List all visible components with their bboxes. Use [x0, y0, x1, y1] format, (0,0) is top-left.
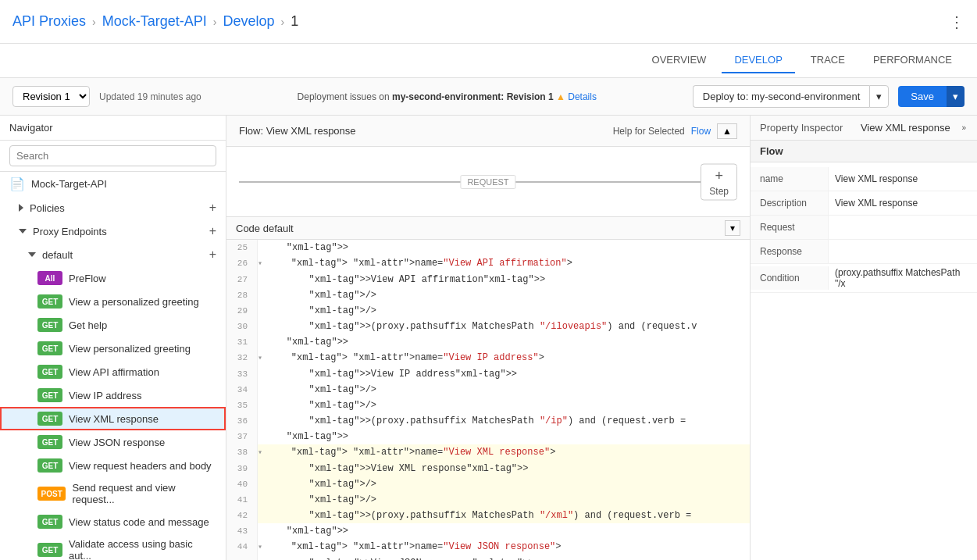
line-number: 27: [226, 272, 258, 287]
prop-row: Condition(proxy.pathsuffix MatchesPath "…: [751, 264, 977, 293]
code-line[interactable]: 34 "xml-tag">/>: [226, 382, 750, 398]
line-content: ▾ "xml-tag"> "xml-attr">name="View API a…: [258, 255, 572, 272]
line-content: ▾ "xml-tag"> "xml-attr">name="View XML r…: [258, 444, 555, 461]
expand-icon[interactable]: ▾: [258, 448, 267, 457]
line-number: 44: [226, 539, 258, 555]
nav-item-flow-4[interactable]: GET View IP address: [0, 383, 226, 407]
navigator: Navigator 📄 Mock-Target-API Policies +: [0, 116, 226, 560]
nav-item-flow-10[interactable]: GET Validate access using basic aut...: [0, 533, 226, 560]
expand-icon[interactable]: ▾: [258, 354, 267, 362]
breadcrumb-api-proxies[interactable]: API Proxies: [12, 13, 86, 30]
nav-item-flow-2[interactable]: GET View personalized greeting: [0, 337, 226, 360]
api-proxy-name: Mock-Target-API: [31, 178, 107, 190]
prop-row: nameView XML response: [751, 167, 977, 191]
code-line[interactable]: 31 "xml-tag">>: [226, 334, 750, 350]
tab-trace[interactable]: TRACE: [798, 48, 858, 73]
expand-icon[interactable]: ▾: [258, 259, 267, 268]
prop-value[interactable]: [829, 248, 977, 255]
flow-label-1: Get help: [69, 319, 107, 331]
code-line[interactable]: 33 "xml-tag">>View IP address"xml-tag">>: [226, 366, 750, 382]
nav-item-flow-1[interactable]: GET Get help: [0, 313, 226, 337]
code-line[interactable]: 30 "xml-tag">>(proxy.pathsuffix MatchesP…: [226, 319, 750, 334]
code-line[interactable]: 37 "xml-tag">>: [226, 429, 750, 444]
tab-performance[interactable]: PERFORMANCE: [861, 48, 965, 73]
nav-item-flow-8[interactable]: POST Send request and view request...: [0, 477, 226, 510]
code-line[interactable]: 41 "xml-tag">/>: [226, 492, 750, 508]
prop-value[interactable]: View XML response: [829, 170, 977, 187]
deploy-button[interactable]: Deploy to: my-second-environment: [693, 85, 870, 108]
code-line[interactable]: 35 "xml-tag">/>: [226, 398, 750, 413]
details-link[interactable]: Details: [568, 91, 597, 102]
line-content: "xml-tag">/>: [258, 382, 376, 398]
code-editor[interactable]: 25 "xml-tag">>26▾ "xml-tag"> "xml-attr">…: [226, 240, 750, 560]
line-content: "xml-tag">>: [258, 429, 348, 444]
revision-dropdown[interactable]: Revision 1: [12, 86, 90, 107]
revision-selector[interactable]: Revision 1: [12, 86, 90, 107]
line-content: "xml-tag">/>: [258, 398, 376, 413]
three-dots-menu[interactable]: ⋮: [949, 12, 965, 31]
flow-link[interactable]: Flow: [691, 126, 711, 137]
nav-item-preflow[interactable]: All PreFlow: [0, 266, 226, 290]
line-number: 25: [226, 240, 258, 255]
add-default-proxy-button[interactable]: +: [209, 248, 216, 262]
expand-icon[interactable]: ▾: [258, 543, 267, 551]
line-content: "xml-tag">>View IP address"xml-tag">>: [258, 366, 517, 382]
search-input[interactable]: [9, 145, 216, 166]
line-content: "xml-tag">/>: [258, 303, 376, 319]
save-button[interactable]: Save: [898, 86, 947, 107]
code-line[interactable]: 29 "xml-tag">/>: [226, 303, 750, 319]
collapse-button[interactable]: ▲: [717, 123, 737, 139]
breadcrumb-mock-target-api[interactable]: Mock-Target-API: [102, 13, 207, 30]
nav-item-flow-5[interactable]: GET View XML response: [0, 407, 226, 430]
code-line[interactable]: 44▾ "xml-tag"> "xml-attr">name="View JSO…: [226, 539, 750, 555]
save-arrow-button[interactable]: ▾: [947, 86, 965, 107]
code-line[interactable]: 25 "xml-tag">>: [226, 240, 750, 255]
nav-section-policies[interactable]: Policies +: [0, 196, 226, 219]
toolbar: Revision 1 Updated 19 minutes ago Deploy…: [0, 78, 977, 116]
code-line[interactable]: 38▾ "xml-tag"> "xml-attr">name="View XML…: [226, 444, 750, 461]
nav-item-flow-9[interactable]: GET View status code and message: [0, 510, 226, 533]
flow-label-8: Send request and view request...: [72, 482, 216, 505]
breadcrumb-develop[interactable]: Develop: [223, 13, 274, 30]
add-policy-button[interactable]: +: [209, 201, 216, 215]
api-proxy-item[interactable]: 📄 Mock-Target-API: [0, 172, 226, 196]
code-line[interactable]: 45 "xml-tag">>View JSON response"xml-tag…: [226, 555, 750, 560]
prop-value[interactable]: [829, 224, 977, 230]
nav-item-flow-0[interactable]: GET View a personalized greeting: [0, 290, 226, 313]
code-line[interactable]: 27 "xml-tag">>View API affirmation"xml-t…: [226, 272, 750, 287]
tab-overview[interactable]: OVERVIEW: [640, 48, 719, 73]
code-line[interactable]: 42 "xml-tag">>(proxy.pathsuffix MatchesP…: [226, 508, 750, 523]
line-content: "xml-tag">/>: [258, 492, 376, 508]
flow-arrow-line: REQUEST: [239, 181, 737, 183]
deploy-arrow-button[interactable]: ▾: [869, 85, 889, 108]
code-collapse-button[interactable]: ▾: [725, 220, 740, 236]
code-line[interactable]: 28 "xml-tag">/>: [226, 287, 750, 303]
flow-label-7: View request headers and body: [69, 460, 212, 472]
step-button[interactable]: + Step: [701, 163, 737, 200]
code-line[interactable]: 32▾ "xml-tag"> "xml-attr">name="View IP …: [226, 350, 750, 366]
nav-section-default-proxy[interactable]: default +: [0, 243, 226, 266]
prop-value[interactable]: (proxy.pathsuffix MatchesPath "/x: [829, 264, 977, 292]
code-line[interactable]: 43 "xml-tag">>: [226, 523, 750, 539]
code-line[interactable]: 26▾ "xml-tag"> "xml-attr">name="View API…: [226, 255, 750, 272]
prop-section: nameView XML responseDescriptionView XML…: [751, 162, 977, 298]
prop-value[interactable]: View XML response: [829, 194, 977, 212]
save-group: Save ▾: [898, 86, 965, 107]
right-panel: Property Inspector View XML response » F…: [751, 116, 977, 560]
line-number: 29: [226, 303, 258, 319]
code-line[interactable]: 36 "xml-tag">>(proxy.pathsuffix MatchesP…: [226, 413, 750, 429]
expand-icon[interactable]: »: [961, 123, 966, 132]
add-proxy-endpoint-button[interactable]: +: [209, 224, 216, 238]
nav-item-flow-6[interactable]: GET View JSON response: [0, 430, 226, 454]
get-badge: GET: [37, 412, 62, 426]
nav-item-flow-7[interactable]: GET View request headers and body: [0, 454, 226, 477]
flow-label-9: View status code and message: [69, 516, 209, 528]
flow-arrow: REQUEST: [239, 181, 737, 183]
tab-develop[interactable]: DEVELOP: [722, 48, 794, 73]
inspector-header: Property Inspector View XML response »: [751, 116, 977, 141]
flow-label-10: Validate access using basic aut...: [69, 538, 216, 560]
nav-section-proxy-endpoints[interactable]: Proxy Endpoints +: [0, 219, 226, 243]
nav-item-flow-3[interactable]: GET View API affirmation: [0, 360, 226, 383]
code-line[interactable]: 39 "xml-tag">>View XML response"xml-tag"…: [226, 461, 750, 476]
code-line[interactable]: 40 "xml-tag">/>: [226, 476, 750, 492]
